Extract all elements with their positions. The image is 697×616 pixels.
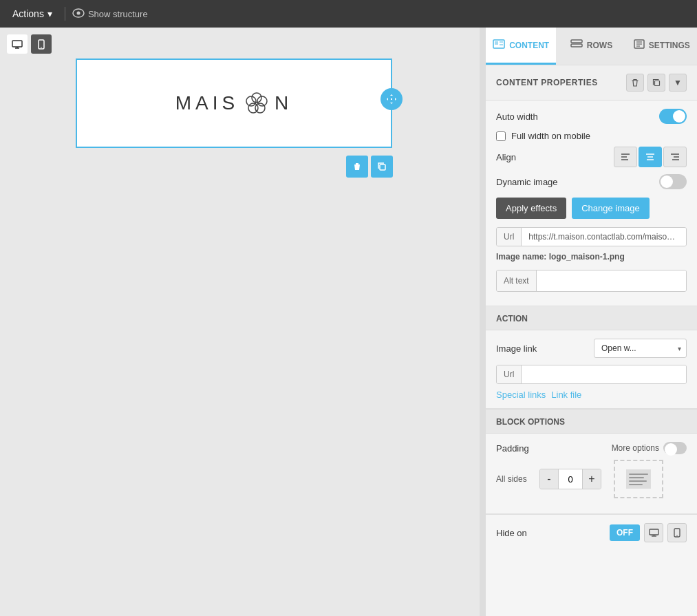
- svg-rect-2: [12, 41, 22, 47]
- svg-point-37: [676, 535, 677, 535]
- content-block[interactable]: MAIS N: [76, 59, 392, 148]
- padding-stepper: - +: [539, 469, 601, 489]
- more-options-toggle[interactable]: [663, 442, 687, 454]
- svg-rect-12: [380, 164, 385, 170]
- action-url-row: Url: [496, 365, 687, 384]
- padding-line-4: [629, 484, 643, 485]
- desktop-device-button[interactable]: [7, 34, 28, 54]
- panel-scroll-area: CONTENT PROPERTIES ▼: [486, 65, 697, 616]
- svg-rect-33: [650, 529, 658, 535]
- hide-on-off-button[interactable]: OFF: [610, 524, 640, 541]
- rows-tab-label: ROWS: [587, 41, 612, 50]
- svg-rect-15: [500, 41, 503, 43]
- content-tab-icon: [493, 39, 505, 52]
- collapse-section-button[interactable]: ▼: [669, 74, 687, 92]
- duplicate-content-button[interactable]: [647, 74, 665, 92]
- content-tab-label: CONTENT: [509, 41, 549, 50]
- section-header-actions: ▼: [626, 74, 687, 92]
- align-buttons: [614, 147, 687, 167]
- content-properties-title: CONTENT PROPERTIES: [496, 78, 598, 87]
- align-center-button[interactable]: [639, 147, 662, 167]
- padding-line-3: [629, 480, 647, 482]
- link-file-link[interactable]: Link file: [551, 390, 581, 400]
- special-links-row: Special links Link file: [496, 390, 687, 400]
- svg-point-11: [246, 96, 256, 106]
- actions-menu[interactable]: Actions ▾: [7, 6, 58, 22]
- svg-point-6: [41, 47, 42, 48]
- block-options-title: BLOCK OPTIONS: [496, 417, 565, 427]
- padding-value-input[interactable]: [558, 469, 583, 489]
- block-action-buttons: [346, 156, 403, 178]
- show-structure-button[interactable]: Show structure: [72, 8, 148, 20]
- all-sides-label: All sides: [496, 474, 534, 484]
- rows-tab-icon: [570, 39, 583, 52]
- padding-visual: [614, 460, 663, 498]
- action-url-input[interactable]: [522, 365, 686, 383]
- eye-icon: [72, 8, 85, 20]
- more-options-row: More options: [612, 442, 687, 454]
- image-link-select[interactable]: Open w... Open in new tab Open in same t…: [594, 339, 687, 358]
- canvas-area: MAIS N: [0, 28, 485, 616]
- hide-on-label: Hide on: [496, 528, 527, 538]
- image-name-value: logo_maison-1.png: [549, 252, 625, 262]
- align-label: Align: [496, 152, 516, 162]
- logo-flower-icon: [242, 88, 272, 118]
- image-name-prefix: Image name:: [496, 252, 546, 262]
- dynamic-image-toggle[interactable]: [659, 174, 687, 189]
- tab-content[interactable]: CONTENT: [486, 28, 556, 65]
- content-properties-body: Auto width Full width on mobile Align: [486, 100, 697, 306]
- show-structure-label: Show structure: [88, 9, 148, 19]
- svg-point-8: [257, 96, 267, 106]
- padding-increase-button[interactable]: +: [583, 469, 601, 489]
- align-left-button[interactable]: [614, 147, 637, 167]
- padding-decrease-button[interactable]: -: [540, 469, 558, 489]
- alt-text-input[interactable]: [537, 270, 686, 291]
- action-section-body: Image link Open w... Open in new tab Ope…: [486, 330, 697, 409]
- padding-lines: [626, 471, 651, 488]
- image-link-select-wrapper: Open w... Open in new tab Open in same t…: [594, 339, 687, 358]
- svg-rect-23: [654, 81, 659, 85]
- panel-tabs: CONTENT ROWS: [486, 28, 697, 65]
- actions-label: Actions: [12, 8, 44, 19]
- url-value: https://t.maison.contactlab.com/maison_c: [522, 228, 686, 246]
- align-right-button[interactable]: [663, 147, 687, 167]
- action-section-header: ACTION: [486, 306, 697, 330]
- full-width-mobile-row: Full width on mobile: [496, 131, 687, 141]
- delete-content-button[interactable]: [626, 74, 644, 92]
- svg-point-7: [252, 93, 261, 103]
- svg-point-10: [248, 103, 258, 113]
- alt-text-label: Alt text: [497, 270, 537, 291]
- move-handle[interactable]: [380, 88, 403, 110]
- mobile-device-button[interactable]: [31, 34, 52, 54]
- auto-width-toggle[interactable]: [659, 109, 687, 124]
- device-selector: [7, 34, 52, 54]
- full-width-mobile-checkbox[interactable]: [496, 131, 506, 141]
- topbar-divider: [65, 7, 65, 21]
- all-sides-row: All sides - +: [496, 460, 687, 498]
- tab-settings[interactable]: SETTINGS: [627, 28, 697, 65]
- right-panel: CONTENT ROWS: [485, 28, 697, 616]
- apply-effects-button[interactable]: Apply effects: [496, 198, 566, 219]
- canvas-scrollbar[interactable]: [480, 28, 485, 616]
- dynamic-image-label: Dynamic image: [496, 177, 558, 187]
- action-url-label: Url: [497, 365, 522, 383]
- alt-text-row: Alt text: [496, 270, 687, 292]
- align-row: Align: [496, 147, 687, 167]
- svg-point-1: [76, 11, 80, 14]
- change-image-button[interactable]: Change image: [572, 198, 650, 219]
- hide-on-desktop-button[interactable]: [644, 523, 663, 542]
- tab-rows[interactable]: ROWS: [556, 28, 626, 65]
- block-options-header: BLOCK OPTIONS: [486, 409, 697, 434]
- settings-tab-icon: [634, 39, 645, 52]
- svg-rect-14: [495, 41, 498, 45]
- special-links-link[interactable]: Special links: [496, 390, 546, 400]
- url-label: Url: [497, 228, 522, 246]
- main-layout: MAIS N: [0, 28, 697, 616]
- delete-block-button[interactable]: [346, 156, 368, 178]
- url-row: Url https://t.maison.contactlab.com/mais…: [496, 227, 687, 246]
- duplicate-block-button[interactable]: [371, 156, 393, 178]
- hide-on-mobile-button[interactable]: [667, 523, 687, 542]
- action-section-title: ACTION: [496, 314, 528, 323]
- block-options-body: Padding More options All sides - +: [486, 434, 697, 514]
- chevron-icon: ▼: [674, 78, 682, 87]
